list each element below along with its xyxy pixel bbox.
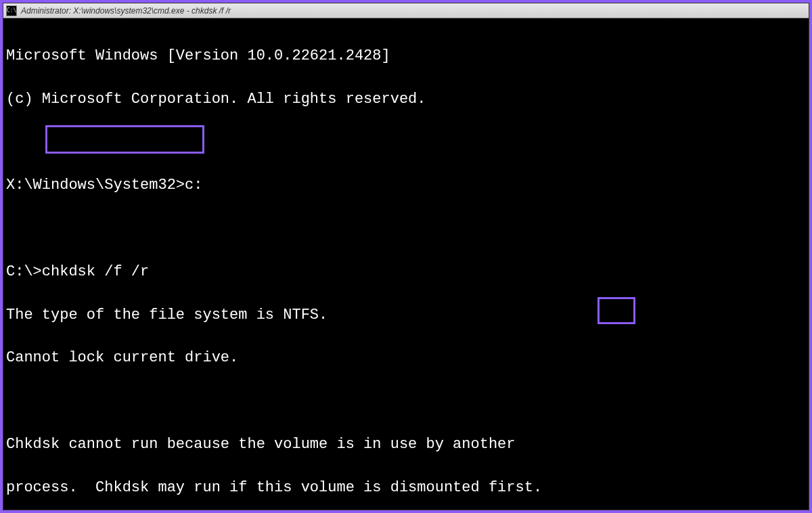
terminal-line: Microsoft Windows [Version 10.0.22621.24… bbox=[6, 45, 806, 67]
terminal-line: X:\Windows\System32>c: bbox=[6, 175, 806, 196]
cmd-window: C:\ Administrator: X:\windows\system32\c… bbox=[3, 3, 809, 510]
window-titlebar[interactable]: C:\ Administrator: X:\windows\system32\c… bbox=[3, 3, 809, 18]
highlighted-command: chkdsk /f /r bbox=[42, 263, 149, 280]
terminal-output[interactable]: Microsoft Windows [Version 10.0.22621.24… bbox=[3, 18, 809, 510]
window-title: Administrator: X:\windows\system32\cmd.e… bbox=[21, 6, 231, 16]
terminal-line bbox=[6, 131, 806, 153]
terminal-line bbox=[6, 218, 806, 240]
terminal-line bbox=[6, 391, 806, 412]
terminal-line: Cannot lock current drive. bbox=[6, 347, 806, 369]
terminal-line: The type of the file system is NTFS. bbox=[6, 305, 806, 326]
terminal-line: (c) Microsoft Corporation. All rights re… bbox=[6, 89, 806, 110]
cmd-icon: C:\ bbox=[6, 5, 17, 16]
terminal-line: Chkdsk cannot run because the volume is … bbox=[6, 434, 806, 455]
terminal-line: C:\>chkdsk /f /r bbox=[6, 261, 806, 283]
terminal-line: process. Chkdsk may run if this volume i… bbox=[6, 477, 806, 499]
